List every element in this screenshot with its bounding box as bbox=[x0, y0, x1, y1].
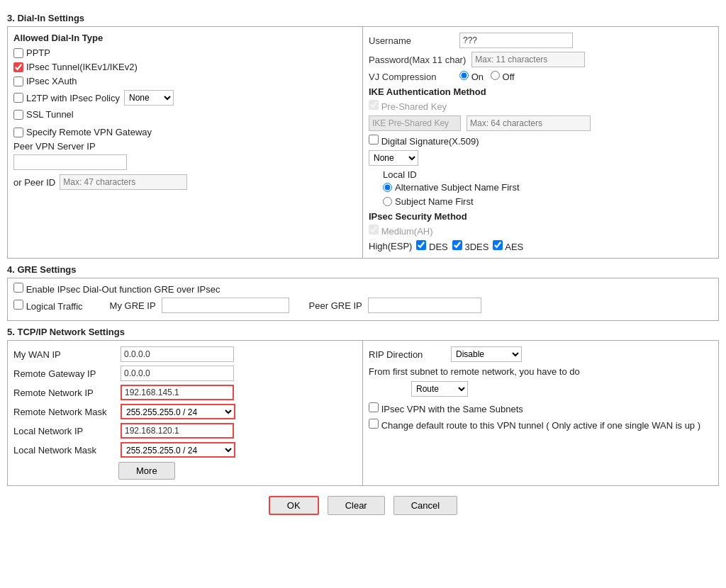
route-select[interactable]: Route bbox=[411, 381, 468, 397]
l2tp-checkbox[interactable] bbox=[13, 93, 23, 103]
ike-auth-title: IKE Authentication Method bbox=[369, 86, 713, 97]
password-input[interactable] bbox=[471, 52, 585, 67]
peer-vpn-label: Peer VPN Server IP bbox=[13, 141, 96, 152]
ipsec-xauth-label[interactable]: IPsec XAuth bbox=[13, 76, 77, 86]
remote-gateway-input[interactable] bbox=[121, 366, 234, 381]
remote-network-mask-select[interactable]: 255.255.255.0 / 24 bbox=[121, 404, 235, 419]
ipsec-tunnel-checkbox[interactable] bbox=[13, 62, 23, 72]
local-network-mask-label: Local Network Mask bbox=[13, 445, 116, 456]
rip-direction-select[interactable]: Disable bbox=[451, 346, 522, 362]
vj-on-radio[interactable] bbox=[459, 71, 469, 80]
remote-gateway-label: Remote Gateway IP bbox=[13, 368, 116, 379]
from-first-subnet-label: From first subnet to remote network, you… bbox=[369, 366, 713, 377]
logical-traffic-label[interactable]: Logical Traffic bbox=[13, 300, 83, 312]
username-label: Username bbox=[369, 35, 454, 46]
des3-checkbox[interactable] bbox=[452, 240, 462, 250]
ok-button[interactable]: OK bbox=[269, 496, 319, 515]
medium-ah-checkbox bbox=[369, 225, 379, 234]
pptp-checkbox[interactable] bbox=[13, 48, 23, 58]
remote-network-mask-label: Remote Network Mask bbox=[13, 407, 116, 417]
ipsec-tunnel-label[interactable]: IPsec Tunnel(IKEv1/IKEv2) bbox=[13, 62, 138, 72]
specify-remote-label[interactable]: Specify Remote VPN Gateway bbox=[13, 127, 152, 137]
local-network-ip-label: Local Network IP bbox=[13, 426, 116, 436]
aes-label[interactable]: AES bbox=[493, 240, 523, 252]
specify-remote-checkbox[interactable] bbox=[13, 128, 23, 137]
high-esp-label: High(ESP) bbox=[369, 241, 412, 251]
peer-gre-ip-input[interactable] bbox=[368, 298, 481, 313]
section-tcp-ip: 5. TCP/IP Network Settings My WAN IP Rem… bbox=[7, 327, 719, 486]
ipsec-vpn-same-checkbox[interactable] bbox=[369, 402, 379, 412]
allowed-type-title: Allowed Dial-In Type bbox=[13, 33, 357, 43]
section-dial-in: 3. Dial-In Settings Allowed Dial-In Type… bbox=[7, 13, 719, 259]
medium-ah-label: Medium(AH) bbox=[369, 225, 433, 237]
l2tp-policy-select[interactable]: None bbox=[124, 90, 174, 106]
pptp-label[interactable]: PPTP bbox=[13, 47, 50, 58]
remote-network-ip-label: Remote Network IP bbox=[13, 388, 116, 398]
gre-section-title: 4. GRE Settings bbox=[7, 264, 719, 275]
more-button[interactable]: More bbox=[118, 462, 175, 480]
section-gre: 4. GRE Settings Enable IPsec Dial-Out fu… bbox=[7, 264, 719, 321]
remote-network-ip-input[interactable] bbox=[121, 385, 234, 400]
peer-gre-ip-label: Peer GRE IP bbox=[309, 300, 362, 311]
des-label[interactable]: DES bbox=[416, 240, 447, 252]
subject-name-radio[interactable] bbox=[383, 197, 392, 206]
my-wan-ip-input[interactable] bbox=[121, 346, 234, 362]
ipsec-xauth-checkbox[interactable] bbox=[13, 77, 23, 86]
logical-traffic-checkbox[interactable] bbox=[13, 300, 23, 310]
vj-on-label[interactable]: On bbox=[459, 71, 484, 82]
subject-name-label[interactable]: Subject Name First bbox=[383, 196, 474, 207]
pre-shared-key-label[interactable]: Pre-Shared Key bbox=[369, 100, 447, 112]
vj-off-radio[interactable] bbox=[491, 71, 500, 80]
des-checkbox[interactable] bbox=[416, 240, 426, 250]
bottom-buttons: OK Clear Cancel bbox=[7, 496, 719, 515]
cancel-button[interactable]: Cancel bbox=[393, 496, 457, 515]
tcp-ip-section-title: 5. TCP/IP Network Settings bbox=[7, 327, 719, 337]
ike-pre-shared-key-label-field bbox=[369, 115, 461, 131]
digital-sig-checkbox[interactable] bbox=[369, 135, 379, 145]
enable-ipsec-label[interactable]: Enable IPsec Dial-Out function GRE over … bbox=[13, 283, 220, 295]
l2tp-label[interactable]: L2TP with IPsec Policy bbox=[13, 93, 120, 103]
pre-shared-key-checkbox bbox=[369, 100, 379, 110]
peer-id-input[interactable] bbox=[60, 174, 187, 190]
ipsec-vpn-same-label[interactable]: IPsec VPN with the Same Subnets bbox=[369, 404, 523, 414]
change-default-route-label[interactable]: Change default route to this VPN tunnel … bbox=[369, 420, 700, 431]
vj-off-label[interactable]: Off bbox=[491, 71, 515, 82]
local-network-ip-input[interactable] bbox=[121, 423, 234, 439]
password-label: Password(Max 11 char) bbox=[369, 55, 466, 65]
ipsec-security-title: IPsec Security Method bbox=[369, 211, 713, 222]
change-default-route-checkbox[interactable] bbox=[369, 419, 379, 429]
ssl-tunnel-label[interactable]: SSL Tunnel bbox=[13, 109, 74, 120]
aes-checkbox[interactable] bbox=[493, 240, 503, 250]
digital-sig-select[interactable]: None bbox=[369, 150, 418, 166]
ssl-tunnel-checkbox[interactable] bbox=[13, 110, 23, 120]
dial-in-section-title: 3. Dial-In Settings bbox=[7, 13, 719, 23]
username-input[interactable] bbox=[459, 33, 573, 48]
digital-sig-label[interactable]: Digital Signature(X.509) bbox=[369, 135, 479, 147]
my-gre-ip-input[interactable] bbox=[162, 298, 289, 313]
enable-ipsec-checkbox[interactable] bbox=[13, 283, 23, 293]
vj-label: VJ Compression bbox=[369, 72, 454, 82]
my-wan-ip-label: My WAN IP bbox=[13, 349, 116, 360]
or-peer-id-label: or Peer ID bbox=[13, 177, 55, 188]
clear-button[interactable]: Clear bbox=[328, 496, 385, 515]
alt-subject-label[interactable]: Alternative Subject Name First bbox=[383, 182, 520, 193]
my-gre-ip-label: My GRE IP bbox=[110, 300, 156, 311]
peer-vpn-server-ip-input[interactable] bbox=[13, 154, 127, 170]
local-network-mask-select[interactable]: 255.255.255.0 / 24 bbox=[121, 442, 235, 458]
alt-subject-radio[interactable] bbox=[383, 183, 392, 192]
ike-pre-shared-key-input[interactable] bbox=[467, 115, 591, 131]
local-id-label: Local ID bbox=[383, 169, 713, 180]
des3-label[interactable]: 3DES bbox=[452, 240, 489, 252]
rip-direction-label: RIP Direction bbox=[369, 349, 447, 360]
